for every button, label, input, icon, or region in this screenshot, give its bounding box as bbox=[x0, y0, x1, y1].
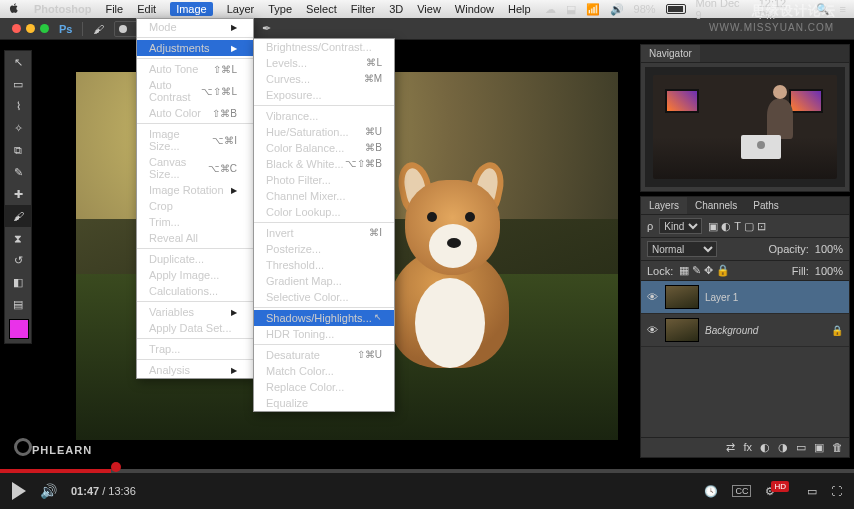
menu-image[interactable]: Image bbox=[170, 2, 213, 16]
navigator-tab[interactable]: Navigator bbox=[641, 45, 700, 62]
navigator-preview[interactable] bbox=[645, 67, 845, 187]
filter-kind-select[interactable]: Kind bbox=[659, 218, 702, 234]
menu-image-size[interactable]: Image Size...⌥⌘I bbox=[137, 126, 253, 154]
adj-threshold[interactable]: Threshold... bbox=[254, 257, 394, 273]
play-button[interactable] bbox=[12, 482, 26, 500]
marquee-tool[interactable]: ▭ bbox=[5, 73, 31, 95]
mask-icon[interactable]: ◐ bbox=[760, 441, 770, 454]
menu-layer[interactable]: Layer bbox=[227, 3, 255, 15]
adj-posterize[interactable]: Posterize... bbox=[254, 241, 394, 257]
paths-tab[interactable]: Paths bbox=[745, 197, 787, 214]
history-brush-tool[interactable]: ↺ bbox=[5, 249, 31, 271]
adj-color-lookup[interactable]: Color Lookup... bbox=[254, 204, 394, 220]
adj-hdr-toning[interactable]: HDR Toning... bbox=[254, 326, 394, 342]
menu-filter[interactable]: Filter bbox=[351, 3, 375, 15]
eyedropper-tool[interactable]: ✎ bbox=[5, 161, 31, 183]
move-tool[interactable]: ↖ bbox=[5, 51, 31, 73]
settings-icon[interactable]: ⚙HD bbox=[765, 485, 793, 498]
menu-auto-color[interactable]: Auto Color⇧⌘B bbox=[137, 105, 253, 121]
menu-window[interactable]: Window bbox=[455, 3, 494, 15]
apple-icon[interactable] bbox=[8, 2, 20, 16]
adj-exposure[interactable]: Exposure... bbox=[254, 87, 394, 103]
menu-apply-image[interactable]: Apply Image... bbox=[137, 267, 253, 283]
adj-desaturate[interactable]: Desaturate⇧⌘U bbox=[254, 347, 394, 363]
adj-invert[interactable]: Invert⌘I bbox=[254, 225, 394, 241]
adj-match-color[interactable]: Match Color... bbox=[254, 363, 394, 379]
crop-tool[interactable]: ⧉ bbox=[5, 139, 31, 161]
menu-auto-tone[interactable]: Auto Tone⇧⌘L bbox=[137, 61, 253, 77]
menu-duplicate[interactable]: Duplicate... bbox=[137, 251, 253, 267]
group-icon[interactable]: ▭ bbox=[796, 441, 806, 454]
layers-tab[interactable]: Layers bbox=[641, 197, 687, 214]
adj-selective[interactable]: Selective Color... bbox=[254, 289, 394, 305]
menu-help[interactable]: Help bbox=[508, 3, 531, 15]
dropbox-icon[interactable]: ⬓ bbox=[566, 3, 576, 16]
notification-icon[interactable]: ≡ bbox=[840, 3, 846, 15]
menu-adjustments[interactable]: Adjustments bbox=[137, 40, 253, 56]
menu-trim[interactable]: Trim... bbox=[137, 214, 253, 230]
adj-brightness[interactable]: Brightness/Contrast... bbox=[254, 39, 394, 55]
link-icon[interactable]: ⇄ bbox=[726, 441, 735, 454]
menu-analysis[interactable]: Analysis bbox=[137, 362, 253, 378]
menu-edit[interactable]: Edit bbox=[137, 3, 156, 15]
menu-canvas-size[interactable]: Canvas Size...⌥⌘C bbox=[137, 154, 253, 182]
adj-channel-mixer[interactable]: Channel Mixer... bbox=[254, 188, 394, 204]
fx-icon[interactable]: fx bbox=[743, 441, 752, 454]
adj-equalize[interactable]: Equalize bbox=[254, 395, 394, 411]
adj-color-balance[interactable]: Color Balance...⌘B bbox=[254, 140, 394, 156]
adj-levels[interactable]: Levels...⌘L bbox=[254, 55, 394, 71]
menu-mode[interactable]: Mode bbox=[137, 19, 253, 35]
adj-curves[interactable]: Curves...⌘M bbox=[254, 71, 394, 87]
adj-shadows-highlights[interactable]: Shadows/Highlights...↖ bbox=[254, 310, 394, 326]
theater-icon[interactable]: ▭ bbox=[807, 485, 817, 498]
blend-mode-select[interactable]: Normal bbox=[647, 241, 717, 257]
layer-name[interactable]: Layer 1 bbox=[705, 292, 738, 303]
menu-3d[interactable]: 3D bbox=[389, 3, 403, 15]
fill-value[interactable]: 100% bbox=[815, 265, 843, 277]
volume-icon[interactable]: 🔊 bbox=[40, 483, 57, 499]
color-swatch[interactable] bbox=[9, 319, 29, 339]
adj-photo-filter[interactable]: Photo Filter... bbox=[254, 172, 394, 188]
adj-hue[interactable]: Hue/Saturation...⌘U bbox=[254, 124, 394, 140]
menu-select[interactable]: Select bbox=[306, 3, 337, 15]
lock-icons[interactable]: ▦ ✎ ✥ 🔒 bbox=[679, 264, 730, 277]
menu-calculations[interactable]: Calculations... bbox=[137, 283, 253, 299]
visibility-icon[interactable]: 👁 bbox=[647, 324, 659, 336]
volume-icon[interactable]: 🔊 bbox=[610, 3, 624, 16]
eraser-tool[interactable]: ◧ bbox=[5, 271, 31, 293]
wifi-icon[interactable]: 📶 bbox=[586, 3, 600, 16]
menu-auto-contrast[interactable]: Auto Contrast⌥⇧⌘L bbox=[137, 77, 253, 105]
heal-tool[interactable]: ✚ bbox=[5, 183, 31, 205]
adj-replace-color[interactable]: Replace Color... bbox=[254, 379, 394, 395]
progress-bar[interactable] bbox=[0, 469, 854, 473]
cc-icon[interactable]: CC bbox=[732, 485, 751, 497]
brush-tool-icon[interactable]: 🖌 bbox=[93, 23, 104, 35]
adj-vibrance[interactable]: Vibrance... bbox=[254, 108, 394, 124]
layer-row[interactable]: 👁 Background 🔒 bbox=[641, 314, 849, 347]
trash-icon[interactable]: 🗑 bbox=[832, 441, 843, 454]
menu-image-rotation[interactable]: Image Rotation bbox=[137, 182, 253, 198]
layer-row[interactable]: 👁 Layer 1 bbox=[641, 281, 849, 314]
adj-gradient-map[interactable]: Gradient Map... bbox=[254, 273, 394, 289]
visibility-icon[interactable]: 👁 bbox=[647, 291, 659, 303]
airbrush-icon[interactable]: ✒ bbox=[262, 22, 271, 35]
lasso-tool[interactable]: ⌇ bbox=[5, 95, 31, 117]
channels-tab[interactable]: Channels bbox=[687, 197, 745, 214]
brush-tool[interactable]: 🖌 bbox=[5, 205, 31, 227]
menu-view[interactable]: View bbox=[417, 3, 441, 15]
window-traffic[interactable] bbox=[12, 24, 49, 33]
stamp-tool[interactable]: ⧗ bbox=[5, 227, 31, 249]
cloud-icon[interactable]: ☁ bbox=[545, 3, 556, 16]
adj-bw[interactable]: Black & White...⌥⇧⌘B bbox=[254, 156, 394, 172]
wand-tool[interactable]: ✧ bbox=[5, 117, 31, 139]
layer-name[interactable]: Background bbox=[705, 325, 758, 336]
watch-later-icon[interactable]: 🕓 bbox=[704, 485, 718, 498]
gradient-tool[interactable]: ▤ bbox=[5, 293, 31, 315]
opacity-value[interactable]: 100% bbox=[815, 243, 843, 255]
new-layer-icon[interactable]: ▣ bbox=[814, 441, 824, 454]
menu-file[interactable]: File bbox=[105, 3, 123, 15]
adjustment-icon[interactable]: ◑ bbox=[778, 441, 788, 454]
lock-label: Lock: bbox=[647, 265, 673, 277]
fullscreen-icon[interactable]: ⛶ bbox=[831, 485, 842, 497]
menu-type[interactable]: Type bbox=[268, 3, 292, 15]
